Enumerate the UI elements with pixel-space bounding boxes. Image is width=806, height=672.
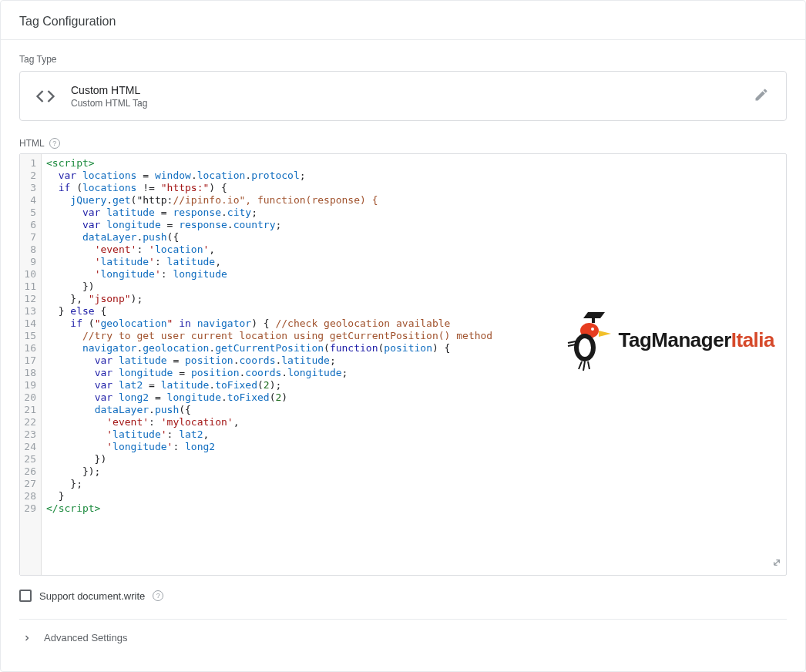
code-gutter: 1234567891011121314151617181920212223242… (20, 154, 42, 575)
advanced-settings-label: Advanced Settings (44, 632, 127, 643)
code-lines[interactable]: <script> var locations = window.location… (42, 154, 786, 575)
page-title: Tag Configuration (19, 15, 116, 28)
chevron-right-icon (22, 633, 32, 643)
advanced-settings-row[interactable]: Advanced Settings (19, 620, 787, 648)
html-label: HTML (19, 138, 45, 149)
help-icon[interactable]: ? (153, 590, 163, 601)
resize-handle-icon[interactable] (771, 556, 783, 572)
tag-type-label: Tag Type (19, 54, 787, 65)
tag-type-card[interactable]: Custom HTML Custom HTML Tag (19, 71, 787, 121)
code-icon (32, 83, 59, 109)
panel-header: Tag Configuration (1, 1, 805, 40)
support-doc-write-label: Support document.write (39, 590, 145, 602)
panel-content: Tag Type Custom HTML Custom HTML Tag HTM… (1, 40, 805, 664)
code-editor[interactable]: 1234567891011121314151617181920212223242… (19, 153, 787, 576)
edit-icon[interactable] (749, 82, 774, 109)
tag-type-title: Custom HTML (71, 84, 737, 96)
help-icon[interactable]: ? (49, 138, 60, 149)
tag-type-subtitle: Custom HTML Tag (71, 98, 737, 109)
html-label-row: HTML ? (19, 138, 787, 149)
support-doc-write-row: Support document.write ? (19, 590, 787, 602)
support-doc-write-checkbox[interactable] (19, 590, 32, 602)
tag-type-text: Custom HTML Custom HTML Tag (71, 84, 737, 109)
